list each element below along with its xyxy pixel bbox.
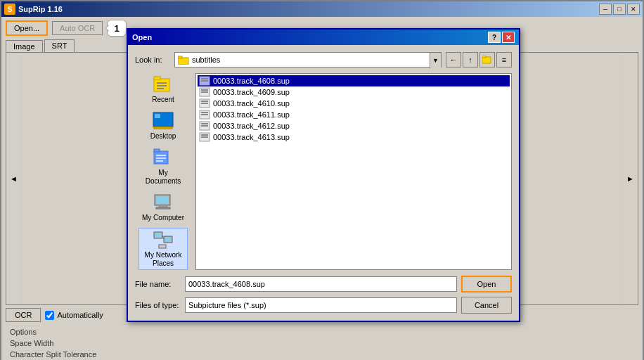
filetype-input[interactable] [185,297,457,313]
svg-rect-20 [156,207,170,209]
file-name: 00033.track_4609.sup [213,88,290,96]
new-folder-icon [482,56,492,64]
svg-rect-5 [154,77,160,79]
sup-file-icon [199,132,210,142]
svg-rect-14 [156,155,166,156]
dialog-close-button[interactable]: ✕ [502,32,515,43]
look-in-dropdown-arrow[interactable]: ▼ [430,53,441,68]
svg-rect-1 [178,56,182,58]
svg-rect-38 [201,114,208,115]
svg-rect-11 [153,127,173,129]
cancel-button[interactable]: Cancel [461,297,512,314]
computer-label: My Computer [142,214,184,222]
computer-icon [152,193,174,212]
view-button[interactable]: ≡ [496,52,512,68]
svg-rect-28 [201,78,208,79]
svg-rect-41 [201,125,208,127]
file-item[interactable]: 00033.track_4610.sup [198,98,510,109]
recent-label: Recent [152,96,174,104]
sup-file-icon [199,76,210,86]
open-dialog: Open ? ✕ Look in: [127,28,520,322]
documents-label: My Documents [140,169,186,186]
place-desktop[interactable]: Desktop [139,110,188,142]
file-name: 00033.track_4610.sup [213,99,290,108]
svg-rect-10 [155,114,160,118]
look-in-box: subtitles ▼ [174,52,442,68]
dialog-title-text: Open [132,33,152,41]
place-recent[interactable]: Recent [139,73,188,105]
filename-row: File name: Open [135,276,512,292]
sup-file-icon [199,98,210,108]
back-button[interactable]: ← [446,52,461,68]
svg-rect-15 [156,158,166,159]
svg-rect-44 [201,136,208,138]
folder-icon [178,56,189,65]
place-network[interactable]: My Network Places [139,228,188,270]
svg-rect-8 [157,88,164,89]
places-panel: Recent Desktop [135,73,191,270]
file-name: 00033.track_4611.sup [213,110,290,119]
sup-file-icon [199,121,210,131]
network-icon [152,230,174,250]
sup-file-icon [199,87,210,97]
svg-rect-18 [156,196,169,204]
svg-rect-32 [201,91,208,93]
svg-rect-6 [157,82,167,84]
file-item[interactable]: 00033.track_4612.sup [198,120,510,131]
svg-rect-35 [201,103,208,104]
files-list: 00033.track_4608.sup00033.track_4609.sup… [195,73,512,270]
file-item[interactable]: 00033.track_4613.sup [198,131,510,143]
svg-rect-37 [201,112,208,113]
new-folder-button[interactable] [479,52,495,68]
filename-label: File name: [135,280,181,288]
dialog-body: Look in: subtitles ▼ ← ↑ [128,45,519,321]
look-in-row: Look in: subtitles ▼ ← ↑ [135,52,512,68]
desktop-label: Desktop [150,132,176,141]
filetype-row: Files of type: Cancel [135,297,512,314]
file-name: 00033.track_4612.sup [213,122,290,130]
file-name: 00033.track_4608.sup [213,77,290,85]
main-window: S SupRip 1.16 ─ □ ✕ Open... Auto OCR 1 I… [0,0,644,360]
recent-icon [152,75,174,94]
dialog-title-bar: Open ? ✕ [128,30,519,45]
file-item[interactable]: 00033.track_4608.sup [198,75,510,86]
file-item[interactable]: 00033.track_4609.sup [198,86,510,98]
dialog-help-button[interactable]: ? [488,32,501,43]
svg-rect-40 [201,123,208,124]
svg-rect-3 [482,56,486,58]
svg-rect-34 [201,101,208,102]
network-label: My Network Places [141,251,186,268]
file-item[interactable]: 00033.track_4611.sup [198,109,510,120]
svg-rect-22 [155,233,162,238]
look-in-value: subtitles [175,53,430,67]
svg-rect-26 [159,245,166,248]
toolbar-icons: ← ↑ ≡ [446,52,512,68]
file-browser: Recent Desktop [135,73,512,270]
svg-rect-43 [201,134,208,136]
svg-rect-24 [165,237,172,242]
svg-rect-29 [201,80,208,82]
svg-rect-16 [156,160,163,162]
file-name: 00033.track_4613.sup [213,133,290,141]
sup-file-icon [199,110,210,120]
place-computer[interactable]: My Computer [139,191,188,224]
svg-rect-7 [157,85,167,86]
documents-icon [152,148,174,167]
up-folder-button[interactable]: ↑ [463,52,478,68]
look-in-folder-name: subtitles [192,56,220,64]
dialog-overlay: Open ? ✕ Look in: [1,1,643,359]
desktop-icon [152,111,174,131]
look-in-label: Look in: [135,56,170,64]
svg-rect-13 [154,149,160,152]
dialog-title-buttons: ? ✕ [488,32,515,43]
svg-rect-31 [201,89,208,91]
dialog-open-button[interactable]: Open [461,276,512,292]
filename-input[interactable] [185,276,457,292]
filetype-label: Files of type: [135,301,181,309]
place-documents[interactable]: My Documents [139,146,188,187]
